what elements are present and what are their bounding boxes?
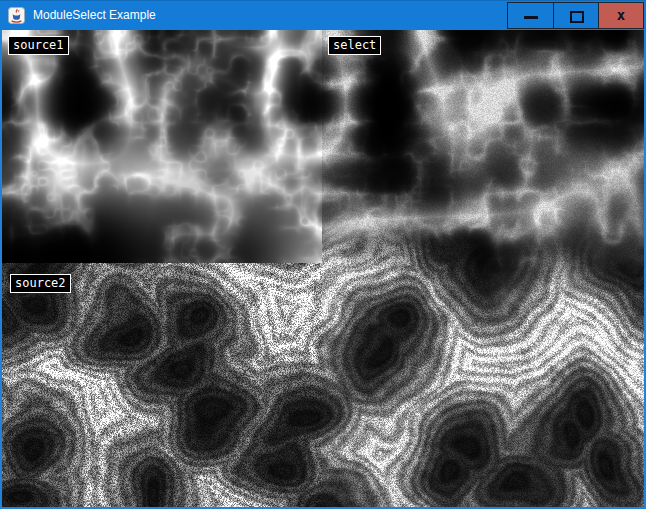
source1-label: source1	[8, 36, 69, 55]
maximize-icon	[570, 11, 584, 23]
window-title: ModuleSelect Example	[33, 8, 156, 22]
render-area: source1 select source2	[2, 30, 644, 507]
app-window: ModuleSelect Example x source1 select so…	[0, 0, 646, 509]
close-button[interactable]: x	[598, 3, 643, 28]
minimize-button[interactable]	[508, 3, 553, 28]
select-label: select	[328, 36, 381, 55]
maximize-button[interactable]	[553, 3, 598, 28]
source1-image	[2, 30, 322, 263]
window-controls: x	[507, 2, 644, 29]
titlebar[interactable]: ModuleSelect Example x	[0, 0, 646, 30]
minimize-icon	[524, 16, 538, 19]
source2-image	[2, 263, 322, 507]
java-coffee-cup-icon[interactable]	[8, 7, 25, 24]
close-icon: x	[599, 3, 643, 28]
select-output-image	[322, 30, 644, 507]
source2-label: source2	[10, 274, 71, 293]
